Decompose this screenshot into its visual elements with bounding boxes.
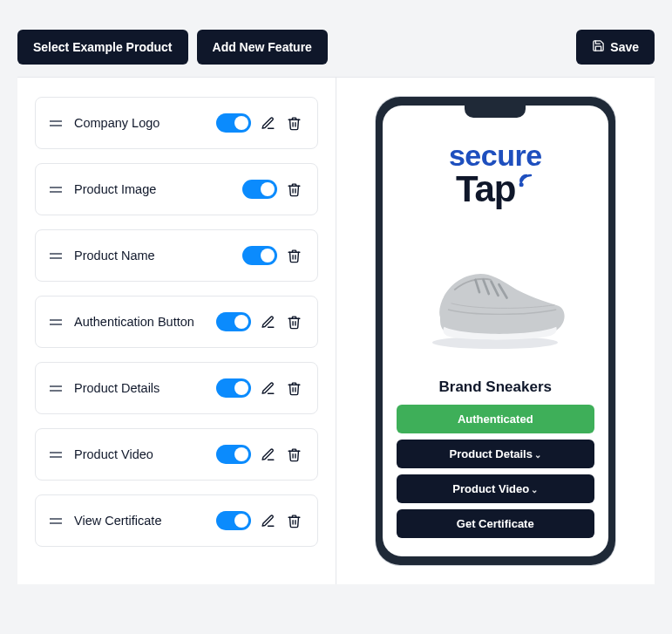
feature-toggle[interactable]	[216, 511, 251, 530]
phone-screen: secure Tap	[383, 106, 608, 556]
phone-notch	[465, 106, 526, 118]
drag-handle-icon[interactable]	[50, 250, 62, 262]
logo-word-tap: Tap	[456, 173, 535, 206]
drag-handle-icon[interactable]	[50, 515, 62, 527]
features-list: Company LogoProduct ImageProduct NameAut…	[17, 78, 336, 584]
get-certificate-button[interactable]: Get Certificate	[397, 509, 594, 538]
feature-actions	[242, 246, 303, 265]
feature-toggle[interactable]	[242, 246, 277, 265]
signal-icon	[518, 171, 535, 191]
phone-frame: secure Tap	[376, 97, 615, 565]
feature-toggle[interactable]	[216, 312, 251, 331]
main-area: Company LogoProduct ImageProduct NameAut…	[17, 78, 655, 584]
feature-actions	[216, 113, 303, 133]
chevron-down-icon: ⌄	[534, 450, 541, 460]
product-image	[397, 211, 594, 372]
feature-toggle[interactable]	[216, 445, 251, 464]
feature-actions	[216, 445, 303, 464]
product-name: Brand Sneakers	[397, 378, 594, 396]
feature-card: Authentication Button	[35, 296, 318, 348]
drag-handle-icon[interactable]	[50, 449, 62, 460]
company-logo: secure Tap	[397, 130, 594, 211]
svg-point-0	[519, 184, 522, 187]
feature-toggle[interactable]	[216, 378, 251, 398]
trash-icon[interactable]	[286, 313, 303, 331]
trash-icon[interactable]	[286, 247, 303, 264]
app-root: Select Example Product Add New Feature S…	[17, 17, 655, 584]
feature-actions	[216, 511, 303, 530]
drag-handle-icon[interactable]	[50, 383, 62, 394]
edit-icon[interactable]	[260, 313, 277, 331]
chevron-down-icon: ⌄	[531, 485, 538, 494]
feature-label: Product Details	[74, 381, 216, 395]
feature-label: Authentication Button	[74, 315, 216, 329]
drag-handle-icon[interactable]	[50, 317, 62, 328]
trash-icon[interactable]	[286, 512, 303, 529]
feature-actions	[216, 378, 303, 398]
edit-icon[interactable]	[260, 379, 277, 397]
add-new-feature-button[interactable]: Add New Feature	[197, 30, 328, 65]
edit-icon[interactable]	[260, 512, 277, 529]
feature-label: Company Logo	[74, 116, 216, 130]
select-example-product-button[interactable]: Select Example Product	[17, 30, 188, 65]
feature-card: Product Name	[35, 229, 318, 282]
trash-icon[interactable]	[286, 446, 303, 463]
product-details-label: Product Details	[450, 447, 533, 460]
trash-icon[interactable]	[286, 181, 303, 198]
drag-handle-icon[interactable]	[50, 118, 62, 129]
save-button[interactable]: Save	[576, 30, 655, 65]
drag-handle-icon[interactable]	[50, 184, 62, 195]
authenticated-button[interactable]: Authenticated	[397, 405, 594, 433]
feature-card: Product Image	[35, 163, 318, 215]
save-button-label: Save	[610, 40, 639, 54]
feature-label: Product Video	[74, 447, 216, 461]
feature-toggle[interactable]	[242, 180, 277, 199]
feature-actions	[216, 312, 303, 331]
toolbar: Select Example Product Add New Feature S…	[17, 17, 655, 78]
product-video-label: Product Video	[452, 482, 529, 495]
product-details-button[interactable]: Product Details⌄	[397, 440, 594, 468]
edit-icon[interactable]	[260, 114, 277, 132]
feature-card: View Certificate	[35, 494, 318, 547]
feature-card: Product Video	[35, 428, 318, 481]
feature-card: Product Details	[35, 362, 318, 414]
feature-label: Product Name	[74, 249, 242, 262]
feature-actions	[242, 180, 303, 199]
product-video-button[interactable]: Product Video⌄	[397, 474, 594, 503]
edit-icon[interactable]	[260, 446, 277, 463]
preview-panel: secure Tap	[336, 78, 655, 584]
feature-label: View Certificate	[74, 514, 216, 528]
trash-icon[interactable]	[286, 379, 303, 397]
trash-icon[interactable]	[286, 114, 303, 132]
feature-label: Product Image	[74, 182, 242, 196]
logo-tap-text: Tap	[456, 173, 516, 206]
save-icon	[592, 39, 605, 55]
sneaker-icon	[417, 228, 574, 359]
feature-card: Company Logo	[35, 97, 318, 149]
phone-content: secure Tap	[383, 123, 608, 556]
feature-toggle[interactable]	[216, 113, 251, 133]
